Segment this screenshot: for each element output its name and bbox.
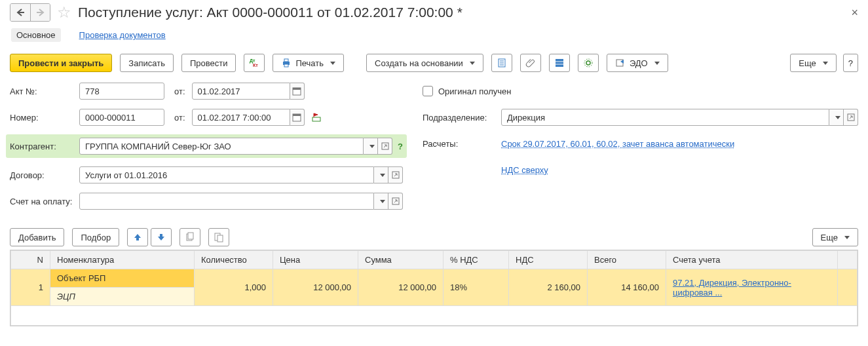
cell-nomenclature-sub[interactable]: ЭЦП — [50, 288, 195, 306]
cell-n[interactable]: 1 — [11, 269, 50, 306]
vat-link[interactable]: НДС сверху — [501, 165, 548, 175]
svg-text:Кт: Кт — [253, 63, 258, 67]
open-icon — [392, 197, 400, 205]
cell-qty[interactable]: 1,000 — [195, 269, 273, 306]
invoice-dropdown-button[interactable] — [374, 193, 388, 210]
table-more-button[interactable]: Еще — [812, 228, 858, 246]
cell-price[interactable]: 12 000,00 — [273, 269, 358, 306]
select-rows-button[interactable]: Подбор — [72, 228, 119, 246]
dept-open-button[interactable] — [844, 109, 858, 126]
edo-icon — [615, 58, 626, 68]
attach-button[interactable] — [520, 54, 541, 72]
cell-vat-pct[interactable]: 18% — [443, 269, 509, 306]
post-and-close-button[interactable]: Провести и закрыть — [10, 54, 112, 72]
contract-label: Договор: — [10, 170, 79, 180]
create-based-on-button[interactable]: Создать на основании — [366, 54, 483, 72]
col-vat[interactable]: НДС — [509, 251, 588, 269]
contract-open-button[interactable] — [388, 166, 403, 183]
copy-icon — [185, 232, 195, 242]
svg-rect-18 — [293, 114, 301, 116]
gear-button[interactable] — [578, 54, 599, 72]
page-title: Поступление услуг: Акт 0000-000011 от 01… — [78, 5, 462, 20]
svg-rect-3 — [284, 59, 288, 62]
from-label-2: от: — [174, 113, 185, 123]
svg-rect-25 — [188, 233, 193, 239]
report-icon-button[interactable] — [491, 54, 512, 72]
col-n[interactable]: N — [11, 251, 50, 269]
invoice-label: Счет на оплату: — [10, 197, 79, 206]
svg-rect-19 — [312, 117, 320, 121]
chevron-down-icon — [654, 62, 660, 65]
tab-check-documents[interactable]: Проверка документов — [74, 28, 171, 42]
print-button[interactable]: Печать — [273, 54, 344, 72]
paste-row-button[interactable] — [208, 228, 229, 246]
accounts-link[interactable]: 97.21, Дирекция, Электронно-цифровая ... — [673, 278, 791, 298]
original-received-checkbox[interactable] — [423, 86, 433, 96]
contragent-input[interactable]: ГРУППА КОМПАНИЙ Север-Юг ЗАО — [79, 138, 364, 155]
chevron-down-icon — [369, 145, 375, 148]
col-price[interactable]: Цена — [273, 251, 358, 269]
forward-button[interactable] — [30, 4, 50, 21]
col-qty[interactable]: Количество — [195, 251, 273, 269]
number-input[interactable]: 0000-000011 — [79, 109, 164, 126]
help-contragent[interactable]: ? — [398, 142, 403, 151]
open-icon — [392, 171, 400, 179]
more-button[interactable]: Еще — [790, 54, 836, 72]
table-row[interactable]: 1 Объект РБП 1,000 12 000,00 12 000,00 1… — [11, 269, 858, 288]
from-label: от: — [174, 86, 185, 96]
dt-kt-icon: ДтКт — [249, 58, 259, 68]
svg-rect-4 — [284, 64, 288, 67]
nav-back-forward — [10, 3, 50, 22]
svg-point-13 — [584, 59, 592, 67]
contragent-dropdown-button[interactable] — [364, 138, 378, 155]
col-nomenclature[interactable]: Номенклатура — [50, 251, 195, 269]
save-button[interactable]: Записать — [120, 54, 174, 72]
flag-icon[interactable] — [311, 112, 322, 123]
col-accounts[interactable]: Счета учета — [666, 251, 838, 269]
move-down-button[interactable] — [151, 228, 172, 246]
cell-vat[interactable]: 2 160,00 — [509, 269, 588, 306]
close-icon[interactable]: × — [851, 6, 858, 20]
calendar-button-2[interactable] — [290, 109, 305, 126]
open-icon — [847, 113, 855, 121]
calendar-button[interactable] — [290, 83, 305, 100]
invoice-input[interactable] — [79, 193, 374, 210]
arrow-down-icon — [156, 232, 166, 242]
move-up-button[interactable] — [127, 228, 148, 246]
dept-dropdown-button[interactable] — [829, 109, 844, 126]
invoice-open-button[interactable] — [388, 193, 403, 210]
dept-input[interactable]: Дирекция — [501, 109, 829, 126]
cell-total[interactable]: 14 160,00 — [588, 269, 666, 306]
settlements-link[interactable]: Срок 29.07.2017, 60.01, 60.02, зачет ава… — [501, 139, 734, 149]
act-no-input[interactable]: 778 — [79, 83, 164, 100]
copy-row-button[interactable] — [179, 228, 200, 246]
original-received-label: Оригинал получен — [438, 86, 511, 96]
contragent-label: Контрагент: — [10, 142, 79, 151]
chevron-down-icon — [835, 116, 840, 119]
number-date-input[interactable]: 01.02.2017 7:00:00 — [192, 109, 290, 126]
edo-button[interactable]: ЭДО — [607, 54, 668, 72]
printer-icon — [281, 58, 292, 68]
add-row-button[interactable]: Добавить — [10, 228, 64, 246]
cell-sum[interactable]: 12 000,00 — [358, 269, 443, 306]
dt-kt-button[interactable]: ДтКт — [244, 54, 265, 72]
act-date-input[interactable]: 01.02.2017 — [192, 83, 290, 100]
post-button[interactable]: Провести — [181, 54, 236, 72]
col-vat-pct[interactable]: % НДС — [443, 251, 509, 269]
col-sum[interactable]: Сумма — [358, 251, 443, 269]
col-total[interactable]: Всего — [588, 251, 666, 269]
grid-button[interactable] — [549, 54, 570, 72]
back-button[interactable] — [10, 4, 30, 21]
gear-icon — [583, 58, 594, 68]
cell-accounts[interactable]: 97.21, Дирекция, Электронно-цифровая ... — [666, 269, 838, 306]
cell-nomenclature[interactable]: Объект РБП — [50, 269, 195, 288]
favorite-star-icon[interactable]: ☆ — [57, 3, 71, 22]
calendar-icon — [292, 112, 302, 123]
help-button[interactable]: ? — [843, 54, 858, 72]
contract-dropdown-button[interactable] — [374, 166, 388, 183]
number-label: Номер: — [10, 113, 79, 123]
tab-main[interactable]: Основное — [11, 28, 61, 42]
contragent-open-button[interactable] — [378, 138, 392, 155]
items-table: N Номенклатура Количество Цена Сумма % Н… — [10, 250, 858, 326]
contract-input[interactable]: Услуги от 01.01.2016 — [79, 166, 374, 183]
